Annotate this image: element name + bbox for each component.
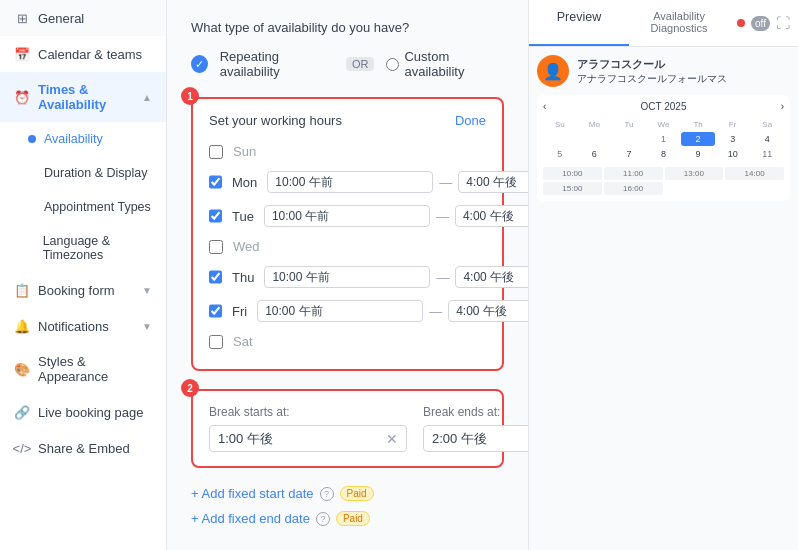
start-time-tue[interactable] bbox=[264, 205, 430, 227]
active-dot bbox=[28, 135, 36, 143]
start-date-paid-badge: Paid bbox=[340, 486, 374, 501]
done-button[interactable]: Done bbox=[455, 113, 486, 128]
day-checkbox-fri[interactable] bbox=[209, 304, 222, 318]
cal-header-cell: Th bbox=[681, 118, 715, 131]
days-container: SunMon—Tue—WedThu—Fri—Sat bbox=[209, 138, 486, 355]
sidebar-item-times-availability[interactable]: ⏰ Times & Availability ▲ bbox=[0, 72, 166, 122]
break-ends-field: Break ends at: ✕ bbox=[423, 405, 528, 452]
end-time-mon[interactable] bbox=[458, 171, 528, 193]
day-checkbox-sun[interactable] bbox=[209, 145, 223, 159]
day-label-mon: Mon bbox=[232, 175, 257, 190]
chevron-up-icon: ▲ bbox=[142, 92, 152, 103]
time-slot[interactable]: 13:00 bbox=[665, 167, 724, 180]
cal-day-cell[interactable]: 11 bbox=[750, 147, 784, 161]
end-time-fri[interactable] bbox=[448, 300, 528, 322]
calendar-time-slots: 10:0011:0013:0014:0015:0016:00 bbox=[543, 167, 784, 195]
break-starts-clear-button[interactable]: ✕ bbox=[386, 432, 398, 446]
day-row-sat: Sat bbox=[209, 328, 486, 355]
day-checkbox-sat[interactable] bbox=[209, 335, 223, 349]
dot-spacer2 bbox=[28, 203, 36, 211]
day-checkbox-thu[interactable] bbox=[209, 270, 222, 284]
preview-user-info: アラフコスクール アナラフコスクールフォールマス bbox=[577, 57, 727, 86]
time-range-thu: — bbox=[264, 266, 528, 288]
sidebar-item-duration-display[interactable]: Duration & Display bbox=[0, 156, 166, 190]
day-row-sun: Sun bbox=[209, 138, 486, 165]
break-ends-input[interactable] bbox=[432, 431, 528, 446]
sidebar-item-language-timezones[interactable]: Language & Timezones bbox=[0, 224, 166, 272]
end-date-help-icon[interactable]: ? bbox=[316, 512, 330, 526]
cal-day-cell[interactable]: 10 bbox=[716, 147, 750, 161]
cal-day-cell[interactable]: 7 bbox=[612, 147, 646, 161]
code-icon: </> bbox=[14, 440, 30, 456]
time-slot[interactable]: 10:00 bbox=[543, 167, 602, 180]
cal-day-cell[interactable]: 2 bbox=[681, 132, 715, 146]
time-slot[interactable]: 16:00 bbox=[604, 182, 663, 195]
cal-day-cell[interactable]: 5 bbox=[543, 147, 577, 161]
day-label-fri: Fri bbox=[232, 304, 247, 319]
start-time-thu[interactable] bbox=[264, 266, 430, 288]
calendar-nav: ‹ OCT 2025 › bbox=[543, 101, 784, 112]
time-slot[interactable]: 15:00 bbox=[543, 182, 602, 195]
day-label-tue: Tue bbox=[232, 209, 254, 224]
sidebar-item-share-embed[interactable]: </> Share & Embed bbox=[0, 430, 166, 466]
custom-availability-radio-label[interactable]: Custom availability bbox=[386, 49, 504, 79]
start-time-mon[interactable] bbox=[267, 171, 433, 193]
cal-header-cell: Mo bbox=[578, 118, 612, 131]
dash-mon: — bbox=[439, 175, 452, 190]
toggle-off-label[interactable]: off bbox=[751, 16, 770, 31]
cal-day-cell[interactable]: 8 bbox=[647, 147, 681, 161]
add-start-date-link[interactable]: + Add fixed start date ? Paid bbox=[191, 486, 504, 501]
cal-day-cell[interactable]: 6 bbox=[578, 147, 612, 161]
start-time-fri[interactable] bbox=[257, 300, 423, 322]
custom-label: Custom availability bbox=[404, 49, 504, 79]
cal-day-cell[interactable]: 9 bbox=[681, 147, 715, 161]
break-starts-input-row: ✕ bbox=[209, 425, 407, 452]
palette-icon: 🎨 bbox=[14, 361, 30, 377]
break-box: Break starts at: ✕ Break ends at: ✕ bbox=[191, 389, 504, 468]
day-label-thu: Thu bbox=[232, 270, 254, 285]
time-slot[interactable]: 11:00 bbox=[604, 167, 663, 180]
day-checkbox-wed[interactable] bbox=[209, 240, 223, 254]
status-dot bbox=[737, 19, 745, 27]
sidebar-item-appointment-types[interactable]: Appointment Types bbox=[0, 190, 166, 224]
tab-diagnostics[interactable]: Availability Diagnostics bbox=[629, 0, 729, 46]
working-hours-box: Set your working hours Done SunMon—Tue—W… bbox=[191, 97, 504, 371]
sidebar-item-booking-form[interactable]: 📋 Booking form ▼ bbox=[0, 272, 166, 308]
start-date-help-icon[interactable]: ? bbox=[320, 487, 334, 501]
day-row-mon: Mon— bbox=[209, 165, 486, 199]
cal-next-button[interactable]: › bbox=[781, 101, 784, 112]
cal-day-cell[interactable]: 3 bbox=[716, 132, 750, 146]
sidebar-item-styles-appearance[interactable]: 🎨 Styles & Appearance bbox=[0, 344, 166, 394]
time-slot[interactable]: 14:00 bbox=[725, 167, 784, 180]
working-hours-label: Set your working hours bbox=[209, 113, 342, 128]
preview-off-toggle[interactable]: off ⛶ bbox=[729, 0, 798, 46]
add-end-date-link[interactable]: + Add fixed end date ? Paid bbox=[191, 511, 504, 526]
dash-fri: — bbox=[429, 304, 442, 319]
day-checkbox-tue[interactable] bbox=[209, 209, 222, 223]
expand-icon[interactable]: ⛶ bbox=[776, 15, 790, 31]
time-range-mon: — bbox=[267, 171, 528, 193]
cal-day-cell[interactable]: 1 bbox=[647, 132, 681, 146]
cal-header-cell: Sa bbox=[750, 118, 784, 131]
sidebar-item-calendar-teams[interactable]: 📅 Calendar & teams bbox=[0, 36, 166, 72]
sidebar-item-live-booking-page[interactable]: 🔗 Live booking page bbox=[0, 394, 166, 430]
cal-day-cell bbox=[543, 132, 577, 146]
cal-prev-button[interactable]: ‹ bbox=[543, 101, 546, 112]
end-time-tue[interactable] bbox=[455, 205, 528, 227]
cal-day-cell[interactable]: 4 bbox=[750, 132, 784, 146]
day-checkbox-mon[interactable] bbox=[209, 175, 222, 189]
sidebar-item-general[interactable]: ⊞ General bbox=[0, 0, 166, 36]
calendar-grid: SuMoTuWeThFrSa1234567891011 bbox=[543, 118, 784, 161]
sidebar-item-notifications[interactable]: 🔔 Notifications ▼ bbox=[0, 308, 166, 344]
break-starts-input[interactable] bbox=[218, 431, 386, 446]
clock-icon: ⏰ bbox=[14, 89, 30, 105]
break-ends-input-row: ✕ bbox=[423, 425, 528, 452]
or-badge: OR bbox=[346, 57, 375, 71]
end-time-thu[interactable] bbox=[455, 266, 528, 288]
cal-header-cell: Fr bbox=[716, 118, 750, 131]
sidebar-item-availability[interactable]: Availability bbox=[0, 122, 166, 156]
tab-preview[interactable]: Preview bbox=[529, 0, 629, 46]
custom-availability-radio[interactable] bbox=[386, 58, 399, 71]
dash-thu: — bbox=[436, 270, 449, 285]
preview-user: 👤 アラフコスクール アナラフコスクールフォールマス bbox=[537, 55, 790, 87]
